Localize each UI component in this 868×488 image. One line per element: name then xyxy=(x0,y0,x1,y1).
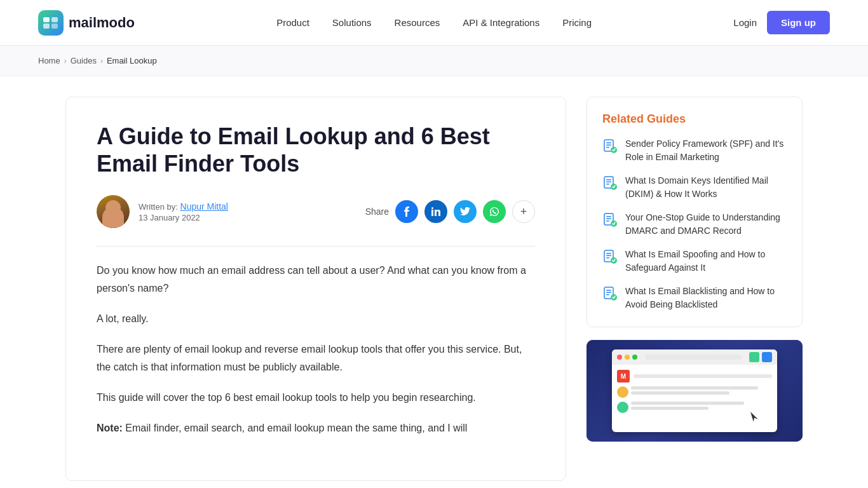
logo-icon xyxy=(38,10,64,36)
gmail-icon-row: M xyxy=(617,370,772,383)
logo[interactable]: mailmodo xyxy=(38,10,135,36)
promo-icon-green xyxy=(749,352,759,362)
article-divider xyxy=(97,246,535,247)
guide-text-4: What Is Email Spoofing and How to Safegu… xyxy=(625,248,787,274)
sidebar: Related Guides Sender Policy Framework (… xyxy=(587,97,803,481)
body-paragraph-5: Note: Email finder, email search, and em… xyxy=(97,419,535,437)
breadcrumb-home[interactable]: Home xyxy=(38,56,60,65)
author-label: Written by: Nupur Mittal xyxy=(139,201,228,212)
svg-rect-8 xyxy=(606,145,611,146)
document-icon-3 xyxy=(602,212,618,227)
dot-yellow xyxy=(625,355,630,360)
svg-rect-12 xyxy=(606,179,611,180)
share-area: Share + xyxy=(365,200,535,223)
body-paragraph-4: This guide will cover the top 6 best ema… xyxy=(97,389,535,407)
guide-item-5[interactable]: What Is Email Blacklisting and How to Av… xyxy=(602,285,787,311)
body-paragraph-3: There are plenty of email lookup and rev… xyxy=(97,341,535,376)
author-text: Written by: Nupur Mittal 13 January 2022 xyxy=(139,201,228,222)
svg-rect-14 xyxy=(606,184,609,185)
guide-text-5: What Is Email Blacklisting and How to Av… xyxy=(625,285,787,311)
guide-text-1: Sender Policy Framework (SPF) and It's R… xyxy=(625,137,787,164)
svg-rect-7 xyxy=(606,142,611,144)
promo-icon-blue xyxy=(762,352,772,362)
promo-screen-body: M xyxy=(612,365,777,418)
share-whatsapp-button[interactable] xyxy=(483,200,506,223)
guide-item-4[interactable]: What Is Email Spoofing and How to Safegu… xyxy=(602,248,787,274)
document-icon-1 xyxy=(602,139,618,154)
breadcrumb: Home › Guides › Email Lookup xyxy=(38,56,830,65)
svg-rect-9 xyxy=(606,147,609,148)
cursor-icon xyxy=(750,412,758,422)
document-icon-2 xyxy=(602,175,618,191)
article-title: A Guide to Email Lookup and 6 Best Email… xyxy=(97,123,535,177)
share-linkedin-button[interactable] xyxy=(424,200,447,223)
svg-rect-22 xyxy=(606,253,611,254)
nav-resources[interactable]: Resources xyxy=(395,17,440,28)
svg-rect-18 xyxy=(606,219,611,220)
gmail-icon: M xyxy=(617,370,630,383)
svg-rect-23 xyxy=(606,255,611,257)
svg-rect-24 xyxy=(606,257,609,259)
promo-screen: M xyxy=(612,349,777,432)
mock-bar-1 xyxy=(634,374,772,378)
promo-card[interactable]: M xyxy=(587,340,803,442)
guide-text-2: What Is Domain Keys Identified Mail (DKI… xyxy=(625,174,787,201)
svg-rect-2 xyxy=(43,24,50,29)
guide-item-1[interactable]: Sender Policy Framework (SPF) and It's R… xyxy=(602,137,787,164)
main-layout: A Guide to Email Lookup and 6 Best Email… xyxy=(27,76,841,488)
avatar-row xyxy=(617,386,772,398)
mini-content xyxy=(631,386,772,398)
article-body: Do you know how much an email address ca… xyxy=(97,262,535,437)
auth-area: Login Sign up xyxy=(733,11,830,34)
svg-rect-3 xyxy=(51,24,58,29)
mini-avatar-1 xyxy=(617,386,628,398)
promo-screen-top xyxy=(612,349,777,365)
breadcrumb-sep-1: › xyxy=(64,57,67,65)
svg-rect-29 xyxy=(606,294,609,295)
promo-icons xyxy=(749,352,772,362)
breadcrumb-guides[interactable]: Guides xyxy=(71,56,97,65)
nav-api[interactable]: API & Integrations xyxy=(463,17,539,28)
svg-rect-13 xyxy=(606,182,611,183)
logo-text: mailmodo xyxy=(69,15,135,31)
nav-product[interactable]: Product xyxy=(276,17,309,28)
author-info: Written by: Nupur Mittal 13 January 2022 xyxy=(97,195,228,228)
author-date: 13 January 2022 xyxy=(139,213,228,222)
promo-card-inner: M xyxy=(587,340,803,442)
share-more-button[interactable]: + xyxy=(512,200,535,223)
mock-bar-4 xyxy=(631,402,744,405)
mini-content-2 xyxy=(631,402,772,413)
svg-rect-28 xyxy=(606,292,611,294)
share-facebook-button[interactable] xyxy=(395,200,418,223)
signup-button[interactable]: Sign up xyxy=(767,11,830,34)
note-bold: Note: xyxy=(97,423,123,433)
share-twitter-button[interactable] xyxy=(454,200,477,223)
svg-rect-4 xyxy=(431,210,433,216)
svg-rect-19 xyxy=(606,220,609,222)
nav-solutions[interactable]: Solutions xyxy=(332,17,372,28)
header: mailmodo Product Solutions Resources API… xyxy=(0,0,868,46)
body-paragraph-2: A lot, really. xyxy=(97,310,535,328)
svg-rect-1 xyxy=(51,17,58,22)
nav-pricing[interactable]: Pricing xyxy=(562,17,592,28)
svg-rect-27 xyxy=(606,290,611,291)
mini-avatar-2 xyxy=(617,402,628,413)
mock-bar-5 xyxy=(631,407,709,410)
main-nav: Product Solutions Resources API & Integr… xyxy=(276,17,592,28)
document-icon-4 xyxy=(602,249,618,264)
login-button[interactable]: Login xyxy=(733,17,757,28)
related-guides-card: Related Guides Sender Policy Framework (… xyxy=(587,97,803,327)
article: A Guide to Email Lookup and 6 Best Email… xyxy=(65,97,566,481)
document-icon-5 xyxy=(602,286,618,301)
breadcrumb-sep-2: › xyxy=(100,57,103,65)
guide-text-3: Your One-Stop Guide to Understanding DMA… xyxy=(625,211,787,238)
mock-bar-3 xyxy=(631,391,729,395)
dot-green xyxy=(632,355,637,360)
dot-red xyxy=(617,355,622,360)
body-paragraph-1: Do you know how much an email address ca… xyxy=(97,262,535,297)
author-name[interactable]: Nupur Mittal xyxy=(180,201,228,212)
guide-item-3[interactable]: Your One-Stop Guide to Understanding DMA… xyxy=(602,211,787,238)
avatar-row-2 xyxy=(617,402,772,413)
guide-item-2[interactable]: What Is Domain Keys Identified Mail (DKI… xyxy=(602,174,787,201)
author-row: Written by: Nupur Mittal 13 January 2022… xyxy=(97,195,535,228)
